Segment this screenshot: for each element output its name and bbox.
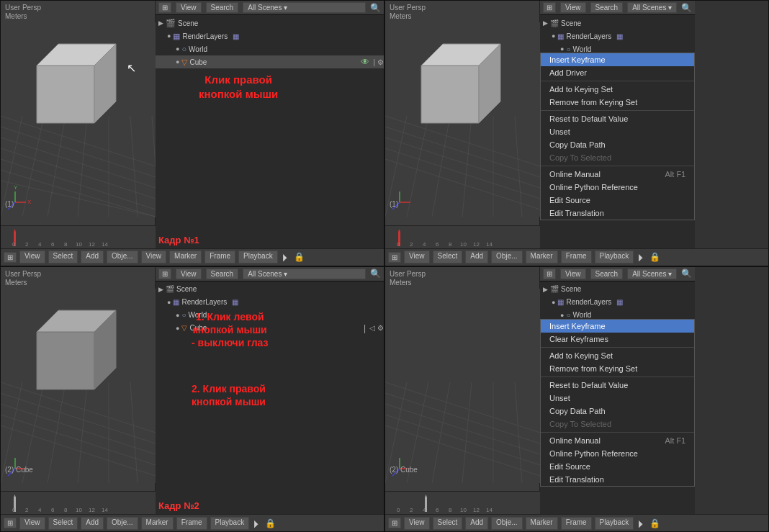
add-toolbar-btn[interactable]: Add: [81, 251, 104, 263]
search-btn-bl[interactable]: Search: [206, 269, 239, 279]
panel-num-bl: (2) Cube: [5, 466, 33, 474]
svg-text:2: 2: [410, 507, 413, 513]
ctx-edit-translation-br[interactable]: Edit Translation: [541, 473, 694, 486]
ctx-python-ref-br[interactable]: Online Python Reference: [541, 447, 694, 460]
timeline-bottom-right[interactable]: 0 2 4 6 8 10 12 14: [385, 491, 539, 514]
view-toolbar-btn-br[interactable]: View: [404, 517, 430, 530]
playback-btn-tr[interactable]: Playback: [595, 251, 634, 263]
search-icon-btn-bl[interactable]: 🔍: [370, 269, 381, 279]
marker-btn[interactable]: Marker: [169, 251, 202, 263]
svg-text:10: 10: [460, 241, 467, 248]
ctx-add-keying-br[interactable]: Add to Keying Set: [541, 349, 694, 362]
frame-btn-tr[interactable]: Frame: [561, 251, 592, 263]
marker-btn-br[interactable]: Marker: [526, 517, 558, 530]
ctx-unset-br[interactable]: Unset: [541, 392, 694, 405]
view-btn[interactable]: View: [176, 2, 202, 13]
scenes-dropdown-br[interactable]: All Scenes ▾: [627, 269, 677, 279]
select-toolbar-btn-br[interactable]: Select: [433, 517, 463, 530]
playback-icon[interactable]: ⏵: [281, 251, 291, 263]
ctx-copy-selected-br: Copy To Selected: [541, 418, 694, 430]
view-toolbar-btn[interactable]: View: [19, 251, 45, 263]
svg-text:14: 14: [486, 241, 493, 248]
ctx-online-manual-br[interactable]: Online ManualAlt F1: [541, 434, 694, 447]
playback-icon-br[interactable]: ⏵: [637, 518, 647, 529]
outliner-icon-btn[interactable]: ⊞: [158, 2, 171, 13]
search-icon-btn-br[interactable]: 🔍: [681, 269, 692, 279]
timeline-top-left[interactable]: 0 2 4 6 8 10 12 14: [1, 225, 155, 248]
view-toolbar-btn-tr[interactable]: View: [404, 251, 430, 263]
object-toolbar-btn[interactable]: Obje...: [107, 251, 138, 263]
add-toolbar-btn-bl[interactable]: Add: [81, 517, 104, 530]
outliner-icon-btn-tr[interactable]: ⊞: [543, 2, 556, 13]
lock-icon-tr[interactable]: 🔒: [649, 252, 660, 262]
search-btn-br[interactable]: Search: [590, 269, 624, 279]
outliner-icon-btn-br[interactable]: ⊞: [543, 269, 556, 279]
ctx-python-ref-tr[interactable]: Online Python Reference: [541, 181, 694, 194]
view-btn-bl[interactable]: View: [176, 269, 202, 279]
search-btn-tr[interactable]: Search: [590, 2, 624, 13]
frame-btn-bl[interactable]: Frame: [176, 517, 207, 530]
tree-renderlayers: ● ▦ RenderLayers ▦: [156, 30, 384, 42]
playback-btn-bl[interactable]: Playback: [210, 517, 250, 530]
marker-btn-bl[interactable]: Marker: [141, 517, 174, 530]
svg-text:12: 12: [473, 241, 480, 248]
ctx-insert-keyframe-tr[interactable]: Insert Keyframe: [541, 53, 694, 66]
timeline-top-right[interactable]: 0 2 4 6 8 10 12 14: [385, 225, 539, 248]
search-btn[interactable]: Search: [206, 2, 239, 13]
select-toolbar-btn-bl[interactable]: Select: [48, 517, 78, 530]
search-icon-btn[interactable]: 🔍: [370, 3, 381, 13]
scenes-dropdown-bl[interactable]: All Scenes ▾: [243, 269, 366, 279]
tree-renderlayers-tr: ● ▦ RenderLayers ▦: [540, 30, 695, 42]
lock-icon-bl[interactable]: 🔒: [265, 518, 276, 528]
add-toolbar-btn-tr[interactable]: Add: [465, 251, 488, 263]
svg-text:10: 10: [460, 507, 467, 513]
playback-icon-bl[interactable]: ⏵: [252, 518, 262, 529]
object-toolbar-btn-tr[interactable]: Obje...: [491, 251, 522, 263]
ctx-copy-data-tr[interactable]: Copy Data Path: [541, 138, 694, 151]
ctx-copy-data-br[interactable]: Copy Data Path: [541, 405, 694, 418]
viewport-icon-btn-br[interactable]: ⊞: [388, 518, 401, 528]
lock-icon-br[interactable]: 🔒: [649, 518, 660, 528]
frame-btn-br[interactable]: Frame: [561, 517, 592, 530]
view-btn-tr[interactable]: View: [560, 2, 586, 13]
scenes-dropdown[interactable]: All Scenes ▾: [243, 2, 366, 13]
ctx-remove-keying-tr[interactable]: Remove from Keying Set: [541, 96, 694, 109]
object-toolbar-btn-br[interactable]: Obje...: [491, 517, 522, 530]
ctx-unset-tr[interactable]: Unset: [541, 125, 694, 138]
viewport-icon-btn-bl[interactable]: ⊞: [4, 518, 17, 528]
playback-btn-br[interactable]: Playback: [595, 517, 634, 530]
ctx-clear-keyframes-br[interactable]: Clear Keyframes: [541, 333, 694, 346]
ctx-remove-keying-br[interactable]: Remove from Keying Set: [541, 362, 694, 375]
ctx-edit-translation-tr[interactable]: Edit Translation: [541, 207, 694, 220]
timeline-bottom-left[interactable]: 0 2 4 6 8 10 12 14: [1, 491, 155, 514]
view-btn-br[interactable]: View: [560, 269, 586, 279]
frame-btn[interactable]: Frame: [204, 251, 235, 263]
ctx-reset-default-tr[interactable]: Reset to Default Value: [541, 112, 694, 125]
playback-icon-tr[interactable]: ⏵: [637, 251, 647, 263]
ctx-add-driver-tr[interactable]: Add Driver: [541, 66, 694, 79]
ctx-edit-source-tr[interactable]: Edit Source: [541, 194, 694, 207]
ctx-add-keying-tr[interactable]: Add to Keying Set: [541, 83, 694, 96]
outliner-icon-btn-bl[interactable]: ⊞: [158, 269, 171, 279]
ctx-online-manual-tr[interactable]: Online ManualAlt F1: [541, 168, 694, 181]
search-icon-btn-tr[interactable]: 🔍: [681, 3, 692, 13]
add-toolbar-btn-br[interactable]: Add: [465, 517, 488, 530]
playback-btn[interactable]: Playback: [238, 251, 278, 263]
ctx-reset-default-br[interactable]: Reset to Default Value: [541, 379, 694, 392]
lock-icon[interactable]: 🔒: [294, 252, 305, 262]
scenes-dropdown-tr[interactable]: All Scenes ▾: [627, 2, 677, 13]
ctx-edit-source-br[interactable]: Edit Source: [541, 460, 694, 473]
svg-text:6: 6: [436, 507, 439, 513]
select-toolbar-btn-tr[interactable]: Select: [433, 251, 463, 263]
viewport-icon-btn-tr[interactable]: ⊞: [388, 252, 401, 263]
viewport-icon-btn[interactable]: ⊞: [4, 252, 17, 263]
outliner-view-btn2[interactable]: View: [141, 251, 167, 263]
timeline-svg: 0 2 4 6 8 10 12 14: [1, 226, 156, 249]
object-toolbar-btn-bl[interactable]: Obje...: [107, 517, 138, 530]
viewport-label-persp-bl: User Persp: [5, 270, 41, 278]
ctx-insert-keyframe-br[interactable]: Insert Keyframe: [541, 320, 694, 333]
context-menu-top-right: Insert Keyframe Add Driver Add to Keying…: [540, 53, 695, 220]
view-toolbar-btn-bl[interactable]: View: [19, 517, 45, 530]
marker-btn-tr[interactable]: Marker: [526, 251, 558, 263]
select-toolbar-btn[interactable]: Select: [48, 251, 78, 263]
